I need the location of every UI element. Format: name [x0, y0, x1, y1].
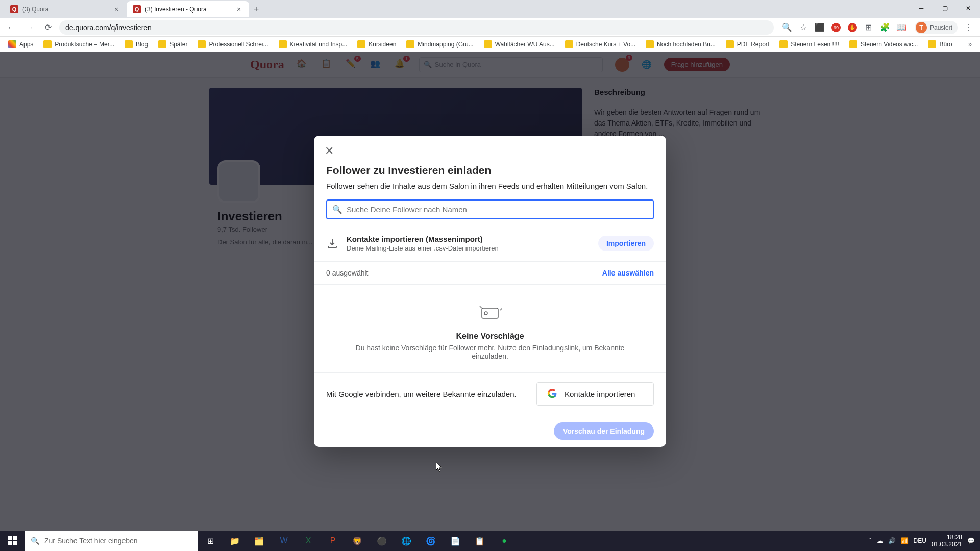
- tab-title: (3) Quora: [22, 6, 108, 13]
- select-all-button[interactable]: Alle auswählen: [602, 269, 654, 277]
- brave-icon[interactable]: 🦁: [345, 531, 370, 551]
- excel-icon[interactable]: X: [296, 531, 321, 551]
- bookmarks-overflow[interactable]: »: [964, 41, 976, 48]
- close-icon[interactable]: ×: [112, 5, 120, 13]
- folder-icon: [928, 40, 936, 48]
- adblock-icon[interactable]: ✋: [847, 22, 857, 33]
- folder-icon: [726, 40, 734, 48]
- clock[interactable]: 18:28 01.03.2021: [932, 534, 962, 548]
- svg-rect-2: [8, 536, 12, 540]
- bookmark-item[interactable]: Kursideen: [353, 38, 400, 51]
- start-button[interactable]: [0, 531, 24, 551]
- search-followers-input[interactable]: [347, 205, 648, 214]
- bookmark-item[interactable]: Deutsche Kurs + Vo...: [561, 38, 640, 51]
- obs-icon[interactable]: ⚫: [370, 531, 394, 551]
- extension-icon[interactable]: 99: [831, 22, 841, 33]
- volume-icon[interactable]: 🔊: [888, 537, 896, 544]
- bookmark-item[interactable]: Noch hochladen Bu...: [642, 38, 720, 51]
- search-followers-field[interactable]: 🔍: [326, 199, 654, 219]
- new-tab-button[interactable]: +: [249, 2, 263, 16]
- reload-button[interactable]: ⟳: [41, 20, 55, 35]
- quora-favicon: Q: [133, 5, 141, 13]
- bookmark-item[interactable]: Büro: [924, 38, 956, 51]
- folder-icon: [198, 40, 206, 48]
- svg-rect-4: [8, 541, 12, 545]
- address-bar[interactable]: de.quora.com/q/investieren: [59, 20, 774, 35]
- google-import-button[interactable]: Kontakte importieren: [536, 382, 654, 406]
- spotify-icon[interactable]: ●: [492, 531, 517, 551]
- folder-icon: [849, 40, 857, 48]
- folder-icon: [43, 40, 52, 48]
- folder-icon: [646, 40, 654, 48]
- mailbox-icon: [478, 303, 502, 321]
- tray-chevron-icon[interactable]: ˄: [869, 537, 872, 544]
- extensions-icon[interactable]: 🧩: [880, 22, 890, 33]
- star-icon[interactable]: ☆: [798, 22, 808, 33]
- browser-tab-active[interactable]: Q (3) Investieren - Quora ×: [127, 1, 249, 17]
- selected-count: 0 ausgewählt: [326, 269, 369, 277]
- taskbar: 🔍 Zur Suche Text hier eingeben ⊞ 📁 🗂️ W …: [0, 531, 980, 551]
- back-button[interactable]: ←: [4, 20, 18, 35]
- taskbar-search[interactable]: 🔍 Zur Suche Text hier eingeben: [24, 531, 198, 551]
- bookmark-item[interactable]: Steuern Videos wic...: [845, 38, 922, 51]
- search-icon[interactable]: 🔍: [782, 22, 792, 33]
- search-icon: 🔍: [31, 537, 39, 545]
- bookmark-item[interactable]: PDF Report: [722, 38, 773, 51]
- taskbar-search-placeholder: Zur Suche Text hier eingeben: [44, 537, 138, 545]
- bookmark-apps[interactable]: Apps: [4, 38, 37, 51]
- bookmark-bar: Apps Produktsuche – Mer... Blog Später P…: [0, 37, 980, 52]
- onedrive-icon[interactable]: ☁: [877, 537, 883, 544]
- close-window-button[interactable]: ✕: [957, 0, 980, 16]
- maximize-button[interactable]: ▢: [933, 0, 957, 16]
- notifications-icon[interactable]: 💬: [967, 537, 975, 544]
- folder-icon: [406, 40, 414, 48]
- google-import-label: Kontakte importieren: [565, 390, 635, 398]
- forward-button[interactable]: →: [22, 20, 37, 35]
- folder-icon: [125, 40, 133, 48]
- wifi-icon[interactable]: 📶: [901, 537, 909, 544]
- import-subtitle: Deine Mailing-Liste aus einer .csv-Datei…: [347, 244, 590, 252]
- powerpoint-icon[interactable]: P: [321, 531, 345, 551]
- bookmark-item[interactable]: Später: [154, 38, 191, 51]
- chrome-icon[interactable]: 🌐: [394, 531, 419, 551]
- bookmark-item[interactable]: Steuern Lesen !!!!: [775, 38, 843, 51]
- word-icon[interactable]: W: [272, 531, 296, 551]
- bookmark-item[interactable]: Produktsuche – Mer...: [39, 38, 118, 51]
- google-connect-text: Mit Google verbinden, um weitere Bekannt…: [326, 390, 526, 398]
- search-icon: 🔍: [332, 205, 342, 214]
- close-icon[interactable]: ✕: [320, 142, 338, 160]
- profile-chip[interactable]: T Pausiert: [915, 21, 958, 34]
- invite-followers-modal: ✕ Follower zu Investieren einladen Follo…: [314, 136, 666, 447]
- svg-rect-5: [13, 541, 17, 545]
- menu-button[interactable]: ⋮: [962, 20, 976, 35]
- notepad-icon[interactable]: 📋: [468, 531, 492, 551]
- modal-title: Follower zu Investieren einladen: [326, 164, 654, 177]
- language-indicator[interactable]: DEU: [914, 537, 926, 544]
- extension-icon[interactable]: ⬛: [815, 22, 825, 33]
- date: 01.03.2021: [932, 541, 962, 548]
- tab-title: (3) Investieren - Quora: [145, 6, 231, 13]
- extension-icon[interactable]: ⊞: [864, 22, 874, 33]
- import-button[interactable]: Importieren: [598, 236, 654, 251]
- google-icon: [547, 389, 557, 399]
- bookmark-item[interactable]: Kreativität und Insp...: [275, 38, 352, 51]
- preview-invitation-button[interactable]: Vorschau der Einladung: [554, 422, 654, 440]
- browser-tab[interactable]: Q (3) Quora ×: [4, 1, 127, 17]
- bookmark-item[interactable]: Professionell Schrei...: [193, 38, 272, 51]
- task-view-icon[interactable]: ⊞: [198, 531, 223, 551]
- folder-icon: [158, 40, 166, 48]
- file-explorer-icon[interactable]: 📁: [223, 531, 247, 551]
- apps-icon: [8, 40, 16, 48]
- quora-favicon: Q: [10, 5, 18, 13]
- bookmark-item[interactable]: Wahlfächer WU Aus...: [480, 38, 559, 51]
- app-icon[interactable]: 📄: [443, 531, 468, 551]
- app-icon[interactable]: 🗂️: [247, 531, 272, 551]
- minimize-button[interactable]: ─: [910, 0, 933, 16]
- bookmark-item[interactable]: Blog: [120, 38, 152, 51]
- modal-description: Follower sehen die Inhalte aus dem Salon…: [326, 181, 654, 191]
- extension-icon[interactable]: 📖: [896, 22, 906, 33]
- bookmark-item[interactable]: Mindmapping (Gru...: [402, 38, 477, 51]
- empty-state-subtitle: Du hast keine Vorschläge für Follower me…: [338, 344, 642, 360]
- close-icon[interactable]: ×: [235, 5, 243, 13]
- edge-icon[interactable]: 🌀: [419, 531, 443, 551]
